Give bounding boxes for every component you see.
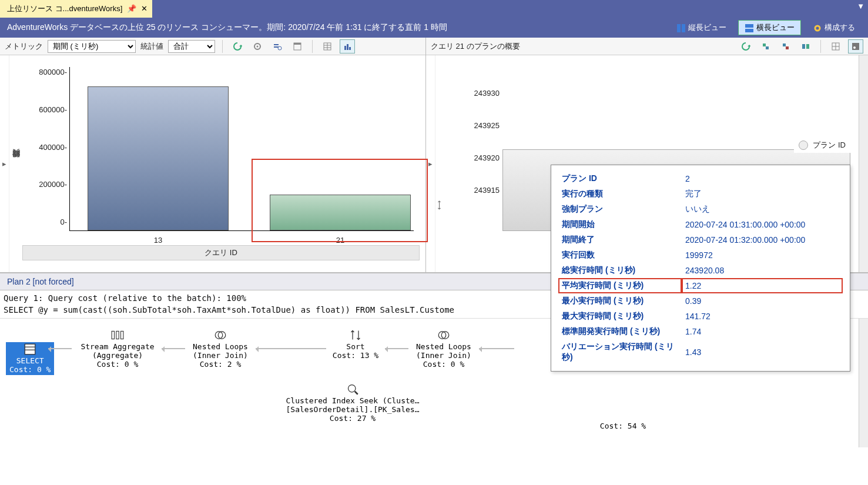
tooltip-row: 強制プランいいえ xyxy=(558,202,843,217)
gear-icon xyxy=(813,24,821,32)
unforce-plan-button[interactable] xyxy=(778,39,793,53)
svg-rect-19 xyxy=(763,44,766,46)
left-toolbar: メトリック 期間 (ミリ秒) 統計値 合計 xyxy=(0,38,425,55)
active-tab[interactable]: 上位リソース コ...dventureWorks] 📌 ✕ xyxy=(0,0,152,18)
window-dropdown-icon[interactable]: ▼ xyxy=(857,2,864,11)
plan-node-clustered-index-seek[interactable]: Clustered Index Seek (Cluste… [SalesOrde… xyxy=(282,383,423,423)
index-seek-icon xyxy=(347,383,358,395)
plan-details-tooltip: プラン ID2実行の種類完了強制プランいいえ期間開始2020-07-24 01:… xyxy=(551,165,850,372)
join-icon xyxy=(215,329,226,341)
refresh-button[interactable] xyxy=(230,39,245,53)
svg-rect-23 xyxy=(802,44,805,49)
rytick: 243930 xyxy=(453,89,500,98)
ytick: 600000- xyxy=(29,105,67,113)
view-query-button[interactable] xyxy=(270,39,285,53)
tooltip-row: 最小実行時間 (ミリ秒)0.39 xyxy=(558,293,843,309)
ytick: 0- xyxy=(29,218,67,226)
chart-view-button[interactable] xyxy=(340,39,355,53)
selected-bar-highlight xyxy=(252,159,428,242)
detail-view-button[interactable] xyxy=(290,39,305,53)
grid-view-button[interactable] xyxy=(320,39,335,53)
horizontal-view-button[interactable]: 横長ビュー xyxy=(738,20,801,35)
top-queries-panel: メトリック 期間 (ミリ秒) 統計値 合計 ▸ 総実行時間 0-200000-4… xyxy=(0,38,426,272)
horizontal-layout-icon xyxy=(745,24,753,32)
svg-rect-35 xyxy=(121,332,123,339)
configure-button[interactable]: 構成する xyxy=(807,21,861,35)
svg-rect-30 xyxy=(25,344,35,354)
right-scrollbar[interactable] xyxy=(859,55,868,272)
svg-point-40 xyxy=(348,385,356,393)
rytick: 243915 xyxy=(453,186,500,195)
report-header: AdventureWorks データベースの上位 25 のリソース コンシューマ… xyxy=(0,18,868,38)
svg-rect-21 xyxy=(783,44,786,46)
vertical-layout-icon xyxy=(676,24,685,32)
metric-label: メトリック xyxy=(5,41,43,52)
right-expander[interactable]: ▸ xyxy=(426,55,435,272)
aggregate-icon xyxy=(111,329,124,341)
svg-rect-24 xyxy=(806,44,809,49)
svg-point-6 xyxy=(257,45,259,47)
join-icon xyxy=(438,329,450,341)
plan-node-sort[interactable]: Sort Cost: 13 % xyxy=(329,329,382,360)
right-legend: プラン ID xyxy=(794,138,850,153)
tab-strip: 上位リソース コ...dventureWorks] 📌 ✕ ▼ xyxy=(0,0,868,18)
r-grid-button[interactable] xyxy=(828,39,843,53)
svg-rect-22 xyxy=(786,46,789,49)
table-icon xyxy=(24,343,36,355)
tooltip-row: 平均実行時間 (ミリ秒)1.22 xyxy=(558,278,843,293)
sort-icon xyxy=(350,329,361,341)
tab-title: 上位リソース コ...dventureWorks] xyxy=(7,4,122,14)
tooltip-row: 標準開発実行時間 (ミリ秒)1.74 xyxy=(558,324,843,339)
svg-point-9 xyxy=(278,46,281,50)
left-xaxis-title: クエリ ID xyxy=(22,245,420,260)
svg-rect-0 xyxy=(677,24,681,32)
compare-plan-button[interactable] xyxy=(798,39,813,53)
close-icon[interactable]: ✕ xyxy=(141,4,148,14)
left-chart: 0-200000-400000-600000-800000-1321 クエリ I… xyxy=(22,61,420,266)
plan-node-nested-loops-1[interactable]: Nested Loops (Inner Join) Cost: 2 % xyxy=(188,329,253,369)
report-title: AdventureWorks データベースの上位 25 のリソース コンシューマ… xyxy=(7,22,671,33)
metric-select[interactable]: 期間 (ミリ秒) xyxy=(48,40,136,53)
right-toolbar: クエリ 21 のプランの概要 xyxy=(426,38,868,55)
pin-icon[interactable]: 📌 xyxy=(127,4,136,14)
svg-rect-16 xyxy=(344,46,346,50)
track-query-button[interactable] xyxy=(250,39,265,53)
rytick: 243925 xyxy=(453,121,500,130)
tooltip-row: 期間終了2020-07-24 01:32:00.000 +00:00 xyxy=(558,232,843,247)
tooltip-row: 実行の種類完了 xyxy=(558,186,843,202)
tooltip-row: 実行回数199972 xyxy=(558,247,843,263)
svg-rect-20 xyxy=(766,46,769,49)
ytick: 800000- xyxy=(29,68,67,76)
svg-rect-33 xyxy=(112,332,114,339)
vertical-view-button[interactable]: 縦長ビュー xyxy=(671,21,732,35)
tooltip-row: 総実行時間 (ミリ秒)243920.08 xyxy=(558,263,843,278)
svg-point-29 xyxy=(853,46,856,49)
plan-node-cost-54[interactable]: Cost: 54 % xyxy=(582,422,664,430)
splitter-handle[interactable]: ⟷ xyxy=(435,55,444,272)
xtick: 13 xyxy=(88,236,229,245)
ytick: 400000- xyxy=(29,142,67,151)
force-plan-button[interactable] xyxy=(758,39,773,53)
plan-node-stream-aggregate[interactable]: Stream Aggregate (Aggregate) Cost: 0 % xyxy=(76,329,159,369)
svg-line-41 xyxy=(355,392,358,394)
svg-point-4 xyxy=(815,26,820,31)
tooltip-row: 最大実行時間 (ミリ秒)141.72 xyxy=(558,309,843,324)
legend-marker-icon xyxy=(799,141,808,150)
r-chart-button[interactable] xyxy=(848,39,863,53)
svg-rect-28 xyxy=(852,43,859,50)
r-refresh-button[interactable] xyxy=(738,39,753,53)
svg-rect-34 xyxy=(116,332,119,339)
tooltip-row: 期間開始2020-07-24 01:31:00.000 +00:00 xyxy=(558,217,843,232)
ytick: 200000- xyxy=(29,180,67,189)
svg-rect-2 xyxy=(745,24,753,28)
stat-label: 統計値 xyxy=(140,41,163,52)
left-expander[interactable]: ▸ xyxy=(0,55,9,272)
stat-select[interactable]: 合計 xyxy=(168,40,215,53)
tooltip-row: バリエーション実行時間 (ミリ秒)1.43 xyxy=(558,339,843,365)
svg-rect-11 xyxy=(294,43,301,45)
right-title: クエリ 21 のプランの概要 xyxy=(431,41,733,52)
plan-scrollbar[interactable] xyxy=(859,319,868,447)
bar-query-13[interactable] xyxy=(88,86,229,230)
plan-node-nested-loops-2[interactable]: Nested Loops (Inner Join) Cost: 0 % xyxy=(411,329,476,369)
svg-rect-1 xyxy=(682,24,685,32)
